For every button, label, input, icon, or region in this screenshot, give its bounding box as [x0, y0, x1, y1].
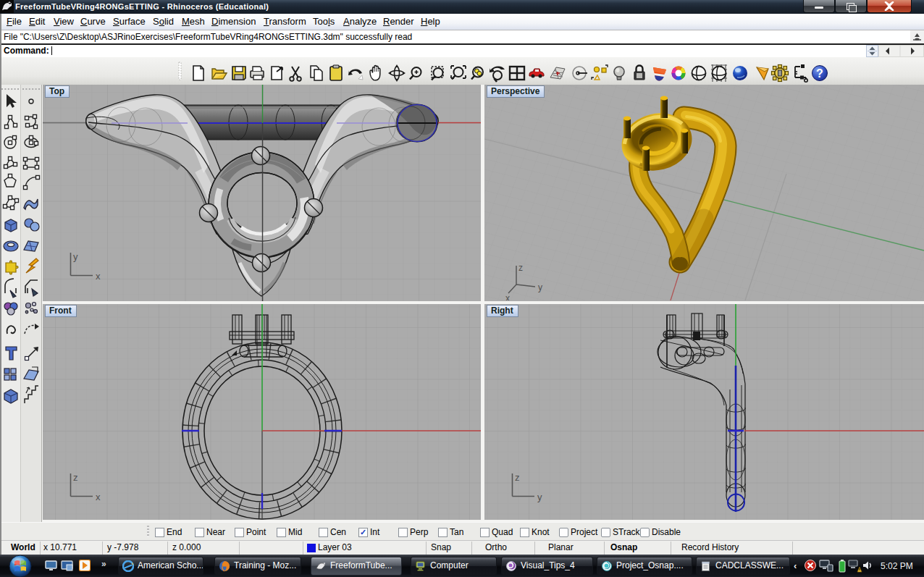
- svg-text:z: z: [518, 263, 523, 273]
- svg-text:x: x: [96, 271, 101, 282]
- svg-text:?: ?: [816, 67, 823, 80]
- svg-text:x: x: [96, 492, 101, 502]
- svg-text:z: z: [515, 472, 520, 483]
- svg-text:y: y: [538, 282, 542, 292]
- svg-text:z: z: [73, 472, 78, 483]
- svg-text:y: y: [73, 251, 78, 262]
- svg-text:y: y: [537, 492, 542, 502]
- svg-text:x: x: [505, 293, 510, 300]
